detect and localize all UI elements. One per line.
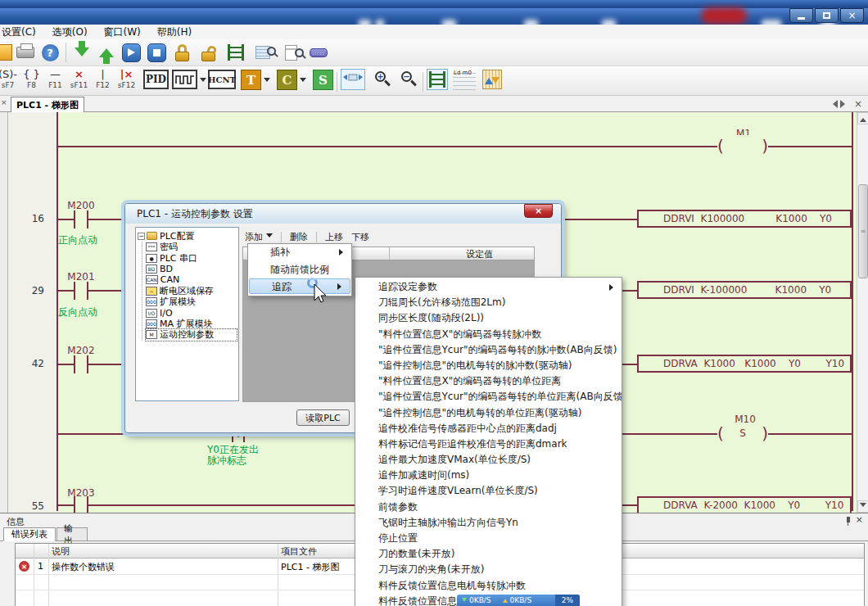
serial-port-icon[interactable]: ::::: (305, 48, 332, 57)
timer-dropdown-icon[interactable] (264, 78, 270, 85)
tree-item-io[interactable]: I/OI/O (146, 307, 237, 318)
info-close-icon[interactable]: × (856, 514, 863, 525)
submenu-item[interactable]: "追件控制信息"的电机每转的单位距离(驱动轴) (355, 405, 622, 421)
run-icon[interactable] (119, 43, 144, 62)
submenu-item[interactable]: "料件位置信息X"的编码器每转脉冲数 (355, 327, 622, 342)
scroll-down-icon[interactable] (857, 500, 868, 513)
print-icon[interactable] (13, 47, 38, 58)
stop-icon[interactable] (144, 43, 170, 62)
output-coil[interactable]: ( ) (717, 135, 768, 156)
tab-error-list[interactable]: 错误列表 (3, 527, 56, 541)
submenu-item[interactable]: 前馈参数 (355, 500, 622, 515)
tree-item-bd[interactable]: BDBD (146, 264, 237, 274)
zoom-in-icon[interactable]: + (373, 70, 393, 89)
menu-window[interactable]: 窗口(W) (96, 25, 149, 39)
tree-item-power-loss-save[interactable]: ~断电区域保存 (146, 286, 237, 296)
pulse-dropdown-icon[interactable] (200, 78, 206, 85)
tree-item-can[interactable]: CANCAN (146, 274, 237, 285)
document-search-icon[interactable] (277, 45, 305, 61)
window-arrange-icon[interactable] (341, 69, 365, 90)
zoom-out-icon[interactable]: − (400, 70, 419, 89)
unlock-icon[interactable] (195, 44, 222, 61)
close-button[interactable]: × (840, 8, 864, 23)
no-contact[interactable] (74, 282, 88, 300)
tree-item-ma-expansion[interactable]: 000MA 扩展模块 (146, 319, 237, 329)
tab-close-icon[interactable]: × (854, 98, 862, 110)
upload-from-plc-icon[interactable] (94, 41, 119, 64)
setting-value-column[interactable]: 设定值 (466, 248, 493, 260)
submenu-item[interactable]: "追件位置信息Ycur"的编码器每转的脉冲数(AB向反馈) (355, 342, 622, 358)
instruction-box[interactable]: DDRVI K-100000 K1000 Y0 Y10 (637, 281, 852, 299)
convert-icon[interactable] (482, 70, 502, 89)
collapse-icon[interactable]: − (138, 233, 145, 240)
submenu-item[interactable]: 追件最大加速度VMax(单位长度/S) (355, 452, 622, 468)
submenu-item[interactable]: "料件位置信息X"的编码器每转的单位距离 (355, 373, 622, 389)
restore-button[interactable] (815, 8, 839, 23)
error-project-file[interactable]: PLC1 - 梯形图 (281, 561, 339, 573)
submenu-item[interactable]: 停止位置 (355, 531, 622, 546)
timer-tool[interactable]: T (241, 70, 261, 90)
scrollbar-thumb[interactable]: ≡ (858, 184, 868, 278)
instruction-box[interactable]: DDRVA K-2000 K1000 Y0 Y10 (637, 496, 852, 514)
submenu-item[interactable]: 刀与滚刀的夹角(未开放) (355, 562, 622, 577)
tab-plc1-ladder[interactable]: PLC1 - 梯形图 (11, 97, 84, 112)
submenu-item[interactable]: 料件反馈位置信息电机每转脉冲数 (355, 578, 622, 594)
error-description[interactable]: 操作数个数错误 (52, 561, 115, 573)
move-up-button[interactable]: 上移 (321, 229, 347, 245)
instruction-box[interactable]: DDRVA K1000 K1000 Y0 Y10 (637, 355, 852, 373)
instruction-list-icon[interactable]: Ld m0 (453, 70, 476, 91)
counter-tool[interactable]: C (277, 70, 297, 90)
add-button[interactable]: 添加 (241, 229, 277, 245)
dialog-close-button[interactable]: × (524, 204, 553, 218)
editor-scrollbar[interactable]: ≡ (857, 112, 868, 513)
no-contact[interactable] (74, 210, 88, 228)
no-contact[interactable] (74, 355, 88, 373)
column-description[interactable]: 说明 (52, 545, 70, 558)
tab-scroll-left-icon[interactable] (829, 100, 838, 108)
vline-delete-tool[interactable]: |×sF12 (115, 68, 138, 89)
move-down-button[interactable]: 下移 (347, 229, 373, 245)
menu-item-tracking[interactable]: 追踪 (249, 278, 350, 294)
dialog-title-bar[interactable]: PLC1 - 运动控制参数 设置 (125, 204, 561, 224)
table-search-icon[interactable] (249, 46, 277, 59)
delete-button[interactable]: 删除 (286, 229, 312, 245)
pid-tool[interactable]: PID (143, 70, 169, 89)
menu-options[interactable]: 选项(O) (44, 25, 96, 39)
ladder-monitor-icon[interactable] (222, 44, 249, 61)
brace-tool[interactable]: { }F8 (20, 68, 43, 89)
tab-close-left-icon[interactable]: × (1, 98, 9, 109)
tree-item-password[interactable]: ***密码 (146, 242, 237, 252)
minimize-button[interactable] (789, 8, 813, 23)
hline-tool[interactable]: —F11 (43, 68, 67, 89)
tree-item-plc-serial[interactable]: ●PLC 串口 (146, 252, 237, 263)
tree-item-motion-params[interactable]: M运动控制参数 (146, 329, 237, 340)
submenu-item[interactable]: "追件位置信息Ycur"的编码器每转的单位距离(AB向反馈) (355, 389, 622, 405)
submenu-item[interactable]: 料件标记信号距追件校准信号的距离dmark (355, 436, 622, 452)
instruction-box[interactable]: DDRVI K100000 K1000 Y0 Y10 (637, 210, 852, 228)
lock-icon[interactable] (170, 44, 195, 61)
menu-settings[interactable]: 设置(C) (0, 25, 44, 39)
project-icon[interactable] (0, 44, 13, 61)
pulse-tool[interactable] (172, 70, 197, 89)
counter-dropdown-icon[interactable] (300, 78, 306, 85)
network-speed-widget[interactable]: 0KB/S 0KB/S 2% (457, 595, 580, 606)
submenu-item[interactable]: 追件加减速时间(ms) (355, 468, 622, 483)
vline-tool[interactable]: |F12 (91, 68, 115, 89)
submenu-item[interactable]: 刀的数量(未开放) (355, 546, 622, 562)
menu-item-interpolation[interactable]: 插补 (248, 244, 351, 261)
tree-root-plc-config[interactable]: − PLC配置 (138, 230, 237, 242)
tab-scroll-right-icon[interactable] (840, 100, 849, 108)
tree-item-expansion-module[interactable]: 000扩展模块 (146, 296, 237, 307)
pin-icon[interactable] (847, 517, 850, 522)
menu-item-feedforward-ratio[interactable]: 随动前馈比例 (248, 261, 351, 278)
coil-tool[interactable]: (S)-sF7 (0, 68, 20, 89)
no-contact[interactable] (74, 496, 88, 514)
submenu-item[interactable]: 飞锯时主轴脉冲输出方向信号Yn (355, 515, 622, 531)
read-plc-button[interactable]: 读取PLC (296, 409, 350, 426)
hline-delete-tool[interactable]: ×sF11 (67, 68, 91, 89)
download-to-plc-icon[interactable] (70, 41, 94, 64)
submenu-item[interactable]: 刀辊周长(允许移动范围2Lm) (355, 295, 622, 310)
scroll-up-icon[interactable] (857, 112, 868, 124)
submenu-item[interactable]: 追踪设定参数 (355, 279, 622, 295)
ladder-view-icon[interactable] (427, 69, 448, 90)
